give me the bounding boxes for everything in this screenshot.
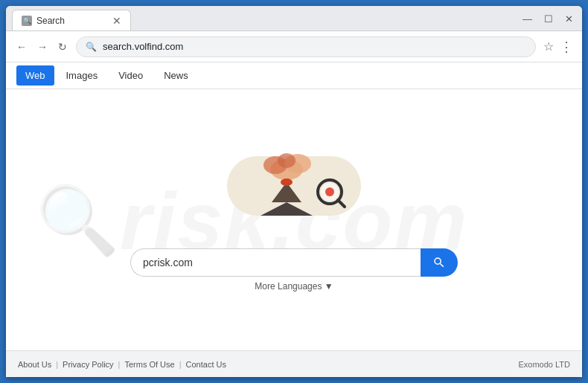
- nav-tabs-bar: Web Images Video News: [6, 62, 582, 89]
- search-input[interactable]: [130, 248, 421, 277]
- back-button[interactable]: ←: [15, 39, 28, 54]
- window-controls: — ☐ ✕: [520, 12, 576, 30]
- url-text: search.volfind.com: [103, 41, 183, 52]
- search-button-icon: [432, 256, 446, 269]
- address-bar: ← → ↻ 🔍 search.volfind.com ☆ ⋮: [6, 31, 582, 62]
- tab-video[interactable]: Video: [109, 65, 152, 86]
- url-box[interactable]: 🔍 search.volfind.com: [76, 36, 536, 57]
- tab-title: Search: [36, 16, 65, 26]
- browser-window: 🔍 Search ✕ — ☐ ✕ ← → ↻ 🔍 search.volfind.…: [6, 6, 582, 377]
- reload-button[interactable]: ↻: [57, 39, 68, 54]
- tab-images[interactable]: Images: [57, 65, 107, 86]
- more-languages-link[interactable]: More Languages ▼: [255, 281, 333, 292]
- footer-sep-2: |: [118, 360, 121, 369]
- watermark-magnifier: 🔍: [36, 181, 119, 259]
- tab-favicon: 🔍: [22, 16, 32, 26]
- forward-button[interactable]: →: [36, 39, 49, 54]
- tab-web[interactable]: Web: [16, 65, 54, 86]
- search-button[interactable]: [421, 248, 458, 277]
- footer-links: About Us | Privacy Policy | Terms Of Use…: [18, 360, 226, 369]
- svg-point-4: [278, 153, 295, 168]
- svg-point-10: [325, 187, 334, 196]
- footer-sep-1: |: [56, 360, 58, 369]
- close-button[interactable]: ✕: [562, 12, 576, 26]
- tab-news[interactable]: News: [155, 65, 197, 86]
- footer-about[interactable]: About Us: [18, 360, 51, 369]
- footer: About Us | Privacy Policy | Terms Of Use…: [6, 350, 582, 377]
- volcano-logo: [220, 149, 368, 223]
- footer-sep-3: |: [179, 360, 182, 369]
- minimize-button[interactable]: —: [520, 12, 535, 26]
- svg-point-7: [281, 178, 293, 186]
- logo-area: [220, 149, 368, 226]
- tab-close-button[interactable]: ✕: [112, 16, 121, 26]
- page-content: 🔍 risk.com: [6, 89, 582, 350]
- title-bar: 🔍 Search ✕ — ☐ ✕: [6, 6, 582, 31]
- maximize-button[interactable]: ☐: [541, 12, 556, 26]
- footer-copyright: Exomodo LTD: [519, 360, 571, 369]
- browser-tab[interactable]: 🔍 Search ✕: [12, 10, 131, 30]
- menu-icon[interactable]: ⋮: [560, 39, 573, 55]
- footer-terms[interactable]: Terms Of Use: [124, 360, 174, 369]
- search-bar: [130, 248, 458, 277]
- address-actions: ☆ ⋮: [543, 39, 573, 55]
- search-area: More Languages ▼: [130, 248, 458, 292]
- footer-contact[interactable]: Contact Us: [186, 360, 226, 369]
- search-icon: 🔍: [86, 42, 97, 52]
- bookmark-icon[interactable]: ☆: [543, 39, 554, 54]
- footer-privacy[interactable]: Privacy Policy: [63, 360, 113, 369]
